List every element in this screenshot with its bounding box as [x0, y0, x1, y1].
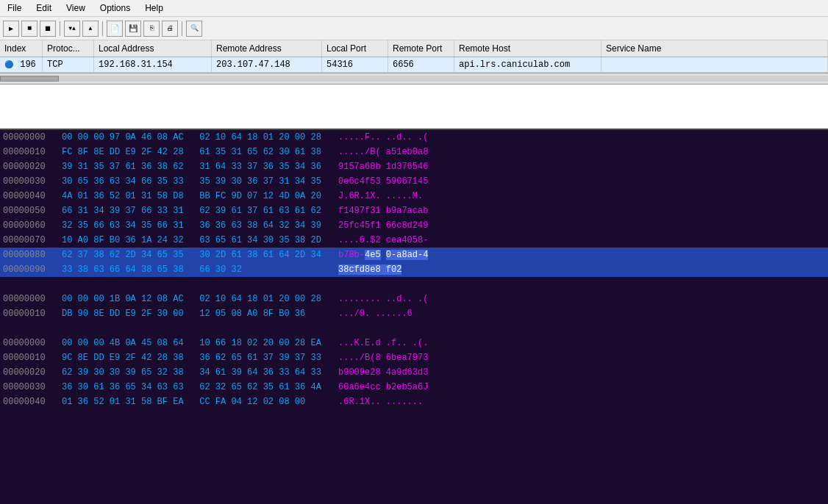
- hex-offset: 00000010: [3, 307, 62, 320]
- hex-ascii: 60a6e4cc b2eb5a6J: [338, 381, 428, 394]
- hex-ascii: b9009e28 4a9d63d3: [338, 366, 428, 379]
- hex-bytes: 01 36 52 01 31 58 BF EA CC FA 04 12 02 0…: [62, 395, 326, 408]
- cell-local-address: 192.168.31.154: [94, 57, 212, 72]
- toolbar-sep-1: [60, 21, 60, 36]
- open-button[interactable]: 📄: [107, 21, 123, 37]
- col-protocol: Protoc...: [43, 40, 94, 57]
- restart-button[interactable]: ⏹: [40, 21, 56, 37]
- cell-remote-port: 6656: [388, 57, 454, 72]
- hex-bytes: 00 00 00 4B 0A 45 08 64 10 66 18 02 20 0…: [62, 336, 326, 350]
- cell-remote-host: api.lrs.caniculab.com: [454, 57, 602, 72]
- horizontal-scrollbar[interactable]: [0, 73, 828, 84]
- main-content: Index Protoc... Local Address Remote Add…: [0, 40, 828, 504]
- hex-bytes: 36 30 61 36 65 34 63 63 62 32 65 62 35 6…: [62, 381, 326, 394]
- hex-ascii: J.6R.1X. .....M.: [338, 190, 423, 203]
- hex-offset: 00000040: [3, 190, 62, 203]
- hex-row[interactable]: 00000020 39 31 35 37 61 36 38 62 31 64 3…: [0, 159, 828, 174]
- hex-bytes: 4A 01 36 52 01 31 58 D8 BB FC 9D 07 12 4…: [62, 190, 326, 203]
- hex-bytes: 62 37 38 62 2D 34 65 35 30 2D 61 38 61 6…: [62, 248, 326, 262]
- hex-ascii: ....6.$2 cea4058-: [338, 234, 428, 247]
- filter-button[interactable]: 🔍: [186, 21, 202, 37]
- col-remote-address: Remote Address: [212, 40, 322, 57]
- cell-service-name: [602, 57, 828, 72]
- hex-bytes: DB 90 8E DD E9 2F 30 00 12 05 08 A0 8F B…: [62, 307, 326, 320]
- hex-offset: 00000050: [3, 204, 62, 217]
- hex-bytes: 9C 8E DD E9 2F 42 28 38 36 62 65 61 37 3…: [62, 351, 326, 364]
- hex-section-2: 00000000 00 00 00 4B 0A 45 08 64 10 66 1…: [0, 336, 828, 409]
- hex-ascii: .6R.1X.. .......: [338, 395, 423, 408]
- hex-row[interactable]: 00000000 00 00 00 1B 0A 12 08 AC 02 10 6…: [0, 292, 828, 306]
- col-remote-port: Remote Port: [388, 40, 454, 57]
- saveas-button[interactable]: ⎘: [143, 21, 160, 37]
- hex-ascii: 9157a68b 1d376546: [338, 160, 428, 173]
- hex-bytes: 30 65 36 63 34 66 35 33 35 39 30 36 37 3…: [62, 175, 326, 188]
- menubar: File Edit View Options Help: [0, 0, 828, 17]
- section-gap: [0, 283, 828, 292]
- hex-ascii: ........ ..d.. .(: [338, 292, 428, 306]
- menu-edit[interactable]: Edit: [32, 1, 56, 15]
- menu-file[interactable]: File: [3, 1, 26, 15]
- hex-offset: 00000020: [3, 366, 62, 379]
- print-button[interactable]: 🖨: [162, 21, 178, 37]
- hex-offset: 00000060: [3, 219, 62, 232]
- cell-index: 🔵 196: [0, 57, 43, 72]
- table-row[interactable]: 🔵 196 TCP 192.168.31.154 203.107.47.148 …: [0, 57, 828, 73]
- menu-help[interactable]: Help: [140, 1, 168, 15]
- hex-row[interactable]: 00000030 30 65 36 63 34 66 35 33 35 39 3…: [0, 174, 828, 189]
- hex-bytes: 00 00 00 1B 0A 12 08 AC 02 10 64 18 01 2…: [62, 292, 326, 306]
- menu-options[interactable]: Options: [96, 1, 135, 15]
- cell-remote-address: 203.107.47.148: [212, 57, 322, 72]
- cell-local-port: 54316: [322, 57, 388, 72]
- hex-row[interactable]: 00000060 32 35 66 63 34 35 66 31 36 36 6…: [0, 218, 828, 233]
- hex-offset: 00000010: [3, 351, 62, 364]
- hex-bytes: 32 35 66 63 34 35 66 31 36 36 63 38 64 3…: [62, 219, 326, 232]
- col-local-address: Local Address: [94, 40, 212, 57]
- hex-bytes: 62 39 30 30 39 65 32 38 34 61 39 64 36 3…: [62, 366, 326, 379]
- hex-offset: 00000000: [3, 131, 62, 144]
- stop-button[interactable]: ■: [21, 21, 38, 37]
- hex-row[interactable]: 00000030 36 30 61 36 65 34 63 63 62 32 6…: [0, 380, 828, 395]
- hex-offset: 00000030: [3, 381, 62, 394]
- hex-ascii: ...../B( a51eb0a8: [338, 145, 428, 159]
- row-icon: 🔵: [4, 61, 13, 69]
- hex-row[interactable]: 00000070 10 A0 8F B0 36 1A 24 32 63 65 6…: [0, 233, 828, 248]
- autoscroll-button[interactable]: ▼▲: [64, 21, 80, 37]
- hex-offset: 00000010: [3, 145, 62, 159]
- hex-ascii: f1497f31 b9a7acab: [338, 204, 428, 217]
- menu-view[interactable]: View: [62, 1, 90, 15]
- col-index: Index: [0, 40, 43, 57]
- play-button[interactable]: ▶: [3, 21, 19, 37]
- hex-row[interactable]: 00000000 00 00 00 97 0A 46 08 AC 02 10 6…: [0, 130, 828, 145]
- hex-ascii: b78b-4e5 0-a8ad-4: [338, 248, 428, 262]
- save-button[interactable]: 💾: [125, 21, 141, 37]
- hex-offset: 00000040: [3, 395, 62, 408]
- hex-offset: 00000000: [3, 292, 62, 306]
- hex-offset: 00000070: [3, 234, 62, 247]
- hex-row[interactable]: 00000010 FC 8F 8E DD E9 2F 42 28 61 35 3…: [0, 145, 828, 159]
- hex-row[interactable]: 00000010 DB 90 8E DD E9 2F 30 00 12 05 0…: [0, 306, 828, 321]
- hex-row[interactable]: 00000090 33 38 63 66 64 38 65 38 66 30 3…: [0, 262, 828, 277]
- hex-ascii: .....F.. ..d.. .(: [338, 131, 428, 144]
- hex-row[interactable]: 00000040 01 36 52 01 31 58 BF EA CC FA 0…: [0, 395, 828, 409]
- col-local-port: Local Port: [322, 40, 388, 57]
- hex-ascii: 38cfd8e8 f02: [338, 263, 401, 276]
- col-service-name: Service Name: [602, 40, 828, 57]
- hex-row[interactable]: 00000040 4A 01 36 52 01 31 58 D8 BB FC 9…: [0, 189, 828, 204]
- hex-offset: 00000000: [3, 336, 62, 350]
- hex-ascii: ...K.E.d .f.. .(.: [338, 336, 428, 350]
- hex-row[interactable]: 00000010 9C 8E DD E9 2F 42 28 38 36 62 6…: [0, 350, 828, 365]
- hex-row[interactable]: 00000020 62 39 30 30 39 65 32 38 34 61 3…: [0, 365, 828, 380]
- scroll-thumb[interactable]: [0, 76, 59, 82]
- scroll-top-button[interactable]: ▲: [82, 21, 99, 37]
- hex-row[interactable]: 00000080 62 37 38 62 2D 34 65 35 30 2D 6…: [0, 248, 828, 262]
- hex-row[interactable]: 00000050 66 31 34 39 37 66 33 31 62 39 6…: [0, 204, 828, 218]
- table-header: Index Protoc... Local Address Remote Add…: [0, 40, 828, 57]
- hex-ascii: 0e6c4f53 59067145: [338, 175, 428, 188]
- hex-bytes: 10 A0 8F B0 36 1A 24 32 63 65 61 34 30 3…: [62, 234, 326, 247]
- hex-ascii: .../0. ......6: [338, 307, 413, 320]
- hex-area[interactable]: 00000000 00 00 00 97 0A 46 08 AC 02 10 6…: [0, 130, 828, 504]
- hex-row[interactable]: 00000000 00 00 00 4B 0A 45 08 64 10 66 1…: [0, 336, 828, 350]
- hex-ascii: ..../B(8 6bea7973: [338, 351, 428, 364]
- toolbar-sep-3: [182, 21, 182, 36]
- toolbar: ▶ ■ ⏹ ▼▲ ▲ 📄 💾 ⎘ 🖨 🔍: [0, 17, 828, 40]
